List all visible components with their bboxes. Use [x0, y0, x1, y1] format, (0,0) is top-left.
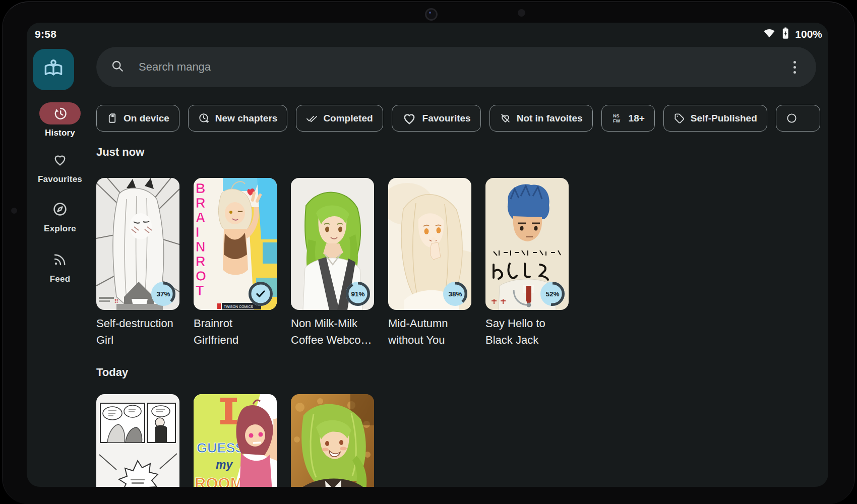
manga-card[interactable]: 38%Mid-Autumnwithout You: [388, 178, 471, 348]
clock-plus-icon: [198, 112, 210, 124]
circle-icon: [786, 112, 798, 124]
heart-off-icon: [500, 112, 511, 124]
filter-chip-18-[interactable]: NSFW18+: [601, 105, 655, 132]
svg-text:N: N: [196, 239, 206, 255]
svg-text:A: A: [196, 210, 206, 225]
manga-title: Say Hello toBlack Jack: [485, 315, 569, 348]
svg-text:GUESS: GUESS: [197, 440, 244, 456]
filter-chip-new-chapters[interactable]: New chapters: [188, 105, 288, 132]
read-progress-badge: 37%: [151, 282, 175, 306]
svg-text:NS: NS: [613, 113, 619, 118]
filter-chip-favourites[interactable]: Favourites: [392, 105, 481, 132]
svg-text:ROOM: ROOM: [195, 475, 243, 487]
manga-title-line2: Girl: [96, 332, 179, 348]
rss-icon: [39, 248, 81, 271]
manga-cover: 52%: [485, 178, 569, 310]
filter-chip-self-published[interactable]: Self-Published: [663, 105, 767, 132]
card-row: !! 37%Self-destructionGirl BRAINROT TWIS…: [96, 178, 828, 348]
manga-title: BrainrotGirlfriend: [194, 315, 277, 348]
manga-title-line2: without You: [388, 332, 471, 348]
svg-text:R: R: [196, 196, 206, 211]
search-bar[interactable]: [96, 47, 816, 87]
manga-title-line2: Coffee Webco…: [291, 332, 374, 348]
manga-title: Non Milk-MilkCoffee Webco…: [291, 315, 374, 348]
read-progress-value: 38%: [448, 290, 462, 298]
manga-cover: BRAINROT TWISON COMICS: [194, 178, 277, 310]
sd-card-icon: [106, 112, 118, 124]
manga-cover: 38%: [388, 178, 471, 310]
read-completed-badge: [249, 282, 273, 306]
read-progress-badge: 52%: [540, 282, 565, 306]
tag-icon: [674, 112, 685, 124]
filter-chip-on-device[interactable]: On device: [96, 105, 179, 132]
manga-card[interactable]: GUESS my ROOM MATE: [194, 394, 277, 487]
filter-chip-label: Completed: [323, 113, 373, 124]
manga-title-line1: Non Milk-Milk: [291, 315, 374, 332]
manga-title-line2: Girlfriend: [194, 332, 277, 348]
double-check-icon: [306, 112, 318, 124]
manga-title-line1: Say Hello to: [485, 315, 569, 332]
nav-item-history[interactable]: History: [27, 102, 93, 138]
manga-title-line1: Self-destruction: [96, 315, 179, 332]
manga-title-line1: Mid-Autumn: [388, 315, 471, 332]
filter-chip-partial[interactable]: [776, 105, 820, 132]
filter-chip-label: Self-Published: [691, 113, 757, 124]
manga-card[interactable]: BRAINROT TWISON COMICS BrainrotGirlfrien…: [194, 178, 277, 348]
nsfw-icon: NSFW: [611, 112, 623, 124]
filter-chip-label: Not in favoites: [517, 113, 583, 124]
screen: 9:58 100%: [27, 23, 828, 487]
kebab-menu-icon[interactable]: [787, 59, 802, 76]
manga-card[interactable]: 91%Non Milk-MilkCoffee Webco…: [291, 178, 374, 348]
nav-item-label: Explore: [27, 224, 93, 234]
manga-card[interactable]: [96, 394, 179, 487]
nav-item-label: Favourites: [27, 174, 93, 184]
manga-title: Self-destructionGirl: [96, 315, 179, 348]
cover-art-bw-comic-page: [96, 394, 179, 487]
read-progress-value: 91%: [351, 290, 364, 298]
tablet-frame: 9:58 100%: [2, 2, 855, 504]
nav-item-favourites[interactable]: Favourites: [27, 149, 93, 184]
manga-card[interactable]: 52%Say Hello toBlack Jack: [485, 178, 569, 348]
nav-item-explore[interactable]: Explore: [27, 198, 93, 234]
main-content: On deviceNew chaptersCompletedFavourites…: [96, 47, 828, 487]
svg-text:I: I: [196, 225, 200, 240]
manga-card[interactable]: [291, 394, 374, 487]
read-progress-value: 37%: [156, 290, 170, 298]
app-logo-button[interactable]: [33, 49, 74, 90]
heart-icon: [39, 149, 81, 171]
front-camera-icon: [425, 8, 438, 21]
compass-icon: [39, 198, 81, 220]
card-row: GUESS my ROOM MATE: [96, 394, 828, 487]
manga-title-line2: Black Jack: [485, 332, 569, 348]
section-header: Just now: [96, 145, 828, 160]
filter-chip-completed[interactable]: Completed: [296, 105, 383, 132]
svg-text:B: B: [196, 181, 206, 196]
manga-cover: 91%: [291, 178, 374, 310]
status-bar: 9:58 100%: [35, 26, 822, 43]
nav-item-feed[interactable]: Feed: [27, 248, 93, 284]
manga-card[interactable]: !! 37%Self-destructionGirl: [96, 178, 179, 348]
read-progress-badge: 91%: [346, 282, 370, 306]
manga-cover: [291, 394, 374, 487]
svg-text:my: my: [216, 458, 233, 471]
filter-chip-row: On deviceNew chaptersCompletedFavourites…: [96, 105, 828, 132]
filter-chip-not-in-favoites[interactable]: Not in favoites: [489, 105, 593, 132]
cover-art-green-hair-girl: [291, 394, 374, 487]
manga-cover: GUESS my ROOM MATE: [194, 394, 277, 487]
nav-item-label: Feed: [27, 274, 93, 284]
manga-cover: !! 37%: [96, 178, 179, 310]
battery-charging-icon: [779, 27, 791, 42]
search-input[interactable]: [138, 60, 787, 74]
svg-text:T: T: [196, 283, 204, 298]
navigation-rail: HistoryFavouritesExploreFeed: [27, 23, 93, 487]
light-sensor-icon: [518, 9, 525, 17]
heart-icon: [402, 111, 417, 126]
battery-percent: 100%: [795, 28, 822, 40]
search-icon: [110, 59, 125, 75]
wifi-icon: [763, 27, 776, 42]
svg-text:O: O: [196, 269, 206, 284]
manga-cover: [96, 394, 179, 487]
svg-text:R: R: [196, 254, 206, 269]
read-progress-badge: 38%: [443, 282, 467, 306]
filter-chip-label: 18+: [629, 113, 645, 124]
